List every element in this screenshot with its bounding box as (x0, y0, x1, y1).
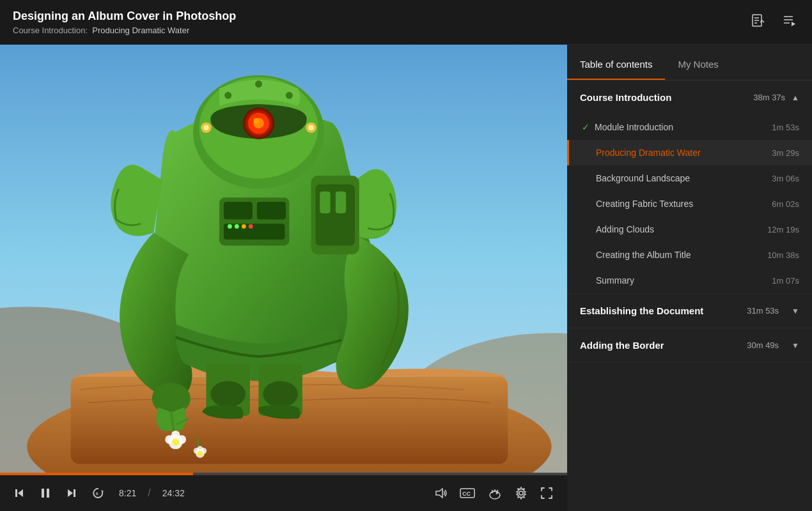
section-chevron-establishing-doc: ▼ (792, 307, 799, 316)
speed-icon (488, 487, 502, 500)
section-establishing-doc[interactable]: Establishing the Document 31m 53s ▼ (567, 294, 812, 328)
right-controls: CC (430, 484, 557, 502)
svg-text:8: 8 (96, 492, 98, 496)
volume-button[interactable] (430, 484, 451, 502)
svg-marker-60 (68, 489, 73, 497)
lesson-duration-creating-fabric: 6m 02s (772, 199, 799, 209)
controls-bar: 8 8:21 / 24:32 CC (0, 475, 567, 511)
header-icons (748, 11, 799, 33)
lesson-title-background-landscape: Background Landscape (596, 173, 772, 183)
svg-point-50 (242, 224, 246, 229)
svg-line-70 (497, 490, 498, 491)
svg-point-51 (249, 224, 253, 229)
lesson-duration-adding-clouds: 12m 19s (767, 225, 799, 234)
pause-icon (40, 487, 51, 499)
section-header-course-intro[interactable]: Course Introduction 38m 37s ▲ (567, 80, 812, 114)
lesson-item-module-intro[interactable]: ✓ Module Introduction 1m 53s (567, 114, 812, 140)
lesson-item-adding-clouds[interactable]: Adding Clouds 12m 19s (567, 217, 812, 242)
section-title-course-intro: Course Introduction (580, 92, 753, 103)
sidebar: Table of contents My Notes Course Introd… (567, 45, 812, 511)
lesson-title-summary: Summary (596, 275, 772, 286)
lesson-title-creating-fabric: Creating Fabric Textures (596, 199, 772, 209)
speed-button[interactable] (484, 484, 506, 502)
svg-point-54 (210, 381, 246, 407)
section-items-course-intro: ✓ Module Introduction 1m 53s Producing D… (567, 114, 812, 294)
total-time: 24:32 (162, 488, 185, 498)
svg-rect-57 (15, 489, 17, 497)
settings-button[interactable] (511, 484, 531, 502)
sidebar-content: Course Introduction 38m 37s ▲ ✓ Module I… (567, 80, 812, 511)
svg-point-49 (235, 224, 239, 229)
cc-icon: CC (460, 488, 475, 498)
lesson-item-summary[interactable]: Summary 1m 07s (567, 268, 812, 293)
fullscreen-button[interactable] (536, 484, 557, 502)
section-duration-establishing-doc: 31m 53s (747, 306, 779, 316)
prev-button[interactable] (10, 485, 28, 501)
volume-icon (434, 487, 447, 500)
sidebar-tabs: Table of contents My Notes (567, 45, 812, 80)
svg-point-72 (519, 491, 523, 495)
lesson-item-creating-album-title[interactable]: Creating the Album Title 10m 38s (567, 242, 812, 268)
lesson-item-creating-fabric[interactable]: Creating Fabric Textures 6m 02s (567, 191, 812, 217)
progress-bar-track[interactable] (0, 473, 567, 475)
progress-bar-fill (0, 473, 193, 475)
svg-point-67 (490, 491, 500, 499)
svg-marker-62 (101, 490, 104, 492)
notes-icon-button[interactable] (748, 11, 767, 33)
svg-rect-61 (74, 489, 75, 497)
lesson-title-producing-water: Producing Dramatic Water (596, 148, 772, 158)
svg-rect-45 (224, 202, 253, 219)
course-title: Designing an Album Cover in Photoshop (13, 10, 748, 23)
tab-notes[interactable]: My Notes (665, 59, 731, 80)
section-title-establishing-doc: Establishing the Document (580, 305, 747, 316)
svg-rect-42 (320, 192, 330, 213)
lesson-duration-creating-album-title: 10m 38s (767, 250, 799, 260)
lesson-duration-background-landscape: 3m 06s (772, 174, 799, 183)
playlist-icon-button[interactable] (780, 11, 799, 33)
video-container[interactable] (0, 45, 567, 473)
notes-icon (751, 13, 765, 27)
prev-icon (14, 488, 24, 498)
lesson-title-creating-album-title: Creating the Album Title (596, 250, 767, 260)
settings-icon (515, 487, 527, 500)
svg-point-23 (224, 92, 231, 99)
section-duration-course-intro: 38m 37s (753, 93, 785, 102)
tab-toc[interactable]: Table of contents (567, 59, 665, 80)
next-button[interactable] (63, 485, 81, 501)
next-icon (66, 488, 77, 498)
lesson-duration-producing-water: 3m 29s (772, 148, 799, 158)
fullscreen-icon (540, 487, 553, 500)
playlist-icon (783, 13, 797, 27)
header-title-area: Designing an Album Cover in Photoshop Co… (13, 10, 748, 35)
video-area: 8 8:21 / 24:32 CC (0, 45, 567, 511)
svg-rect-43 (336, 192, 346, 213)
svg-point-20 (203, 125, 208, 130)
section-chevron-adding-border: ▼ (792, 341, 799, 350)
svg-point-39 (198, 451, 203, 456)
section-adding-border[interactable]: Adding the Border 30m 49s ▼ (567, 328, 812, 363)
svg-rect-58 (42, 489, 44, 498)
svg-point-24 (286, 92, 293, 99)
svg-text:CC: CC (462, 491, 471, 497)
lesson-duration-module-intro: 1m 53s (772, 123, 799, 132)
play-pause-button[interactable] (36, 485, 55, 501)
lesson-title-module-intro: Module Introduction (595, 122, 772, 132)
lesson-item-background-landscape[interactable]: Background Landscape 3m 06s (567, 165, 812, 191)
lesson-title-adding-clouds: Adding Clouds (596, 224, 767, 234)
svg-marker-7 (792, 22, 795, 26)
svg-point-25 (255, 80, 262, 88)
time-separator: / (148, 487, 150, 499)
rewind-button[interactable]: 8 (88, 484, 109, 502)
course-subtitle: Course Introduction: Producing Dramatic … (13, 26, 748, 35)
svg-rect-47 (224, 224, 285, 240)
svg-point-22 (308, 125, 313, 130)
main-area: 8 8:21 / 24:32 CC (0, 45, 812, 511)
svg-point-18 (253, 118, 258, 123)
svg-rect-59 (47, 489, 49, 498)
svg-marker-56 (18, 489, 23, 497)
lesson-item-producing-water[interactable]: Producing Dramatic Water 3m 29s (567, 140, 812, 165)
lesson-check-module-intro: ✓ (582, 122, 589, 132)
cc-button[interactable]: CC (456, 485, 479, 501)
subtitle-label: Course Introduction: (13, 26, 88, 35)
svg-rect-46 (257, 202, 286, 219)
